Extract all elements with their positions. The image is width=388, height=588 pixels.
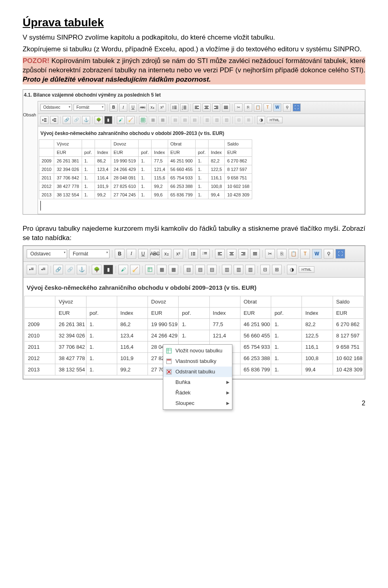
align-center-icon-2[interactable]	[227, 249, 236, 259]
table-cell[interactable]: 38 132 554	[55, 364, 86, 375]
image-icon-2[interactable]: 🌳	[92, 265, 101, 274]
table-cell[interactable]: 1.	[195, 156, 208, 165]
editor-content-area-2[interactable]: Vývoj česko-německého zahraničního obcho…	[23, 278, 365, 379]
merge-cell-icon-2[interactable]: ⊞	[272, 265, 282, 274]
ctx-delete-table[interactable]: Odstranit tabulku	[163, 367, 232, 377]
table-cell[interactable]: 1.	[195, 182, 208, 190]
table-cell[interactable]: Dovoz	[148, 296, 179, 307]
table-cell[interactable]: 2013	[25, 364, 55, 375]
media-icon-2[interactable]: ▮	[103, 265, 113, 274]
italic-button-2[interactable]: I	[127, 249, 136, 259]
table-cell[interactable]: 121,4	[152, 165, 168, 173]
subscript-button[interactable]: x₂	[148, 103, 156, 112]
table-cell[interactable]: 1.	[139, 190, 152, 199]
subscript-button-2[interactable]: x₂	[162, 249, 171, 259]
table-cell[interactable]: 65 754 933	[240, 341, 271, 352]
row-del-icon-2[interactable]: ▤	[207, 265, 217, 274]
table-cell[interactable]: 1.	[82, 165, 95, 173]
table-cell[interactable]: 26 261 381	[54, 156, 82, 165]
table-cell[interactable]: 6 270 862	[225, 156, 252, 165]
link-icon-2[interactable]: 🔗	[53, 265, 63, 274]
fullscreen-icon[interactable]: ⛶	[293, 103, 301, 112]
indent-icon[interactable]	[50, 116, 58, 124]
eraser-icon[interactable]: ◑	[257, 116, 265, 124]
table-cell[interactable]: 100,8	[208, 182, 225, 190]
italic-button[interactable]: I	[119, 103, 127, 112]
table-cell[interactable]: EUR	[240, 307, 271, 318]
table-cell[interactable]	[39, 148, 54, 156]
table-cell[interactable]: 99,4	[302, 364, 333, 375]
table-cell[interactable]: 121,4	[209, 330, 240, 341]
table-cell[interactable]: 19 990 519	[111, 156, 139, 165]
row-before-icon-2[interactable]: ▤	[183, 265, 193, 274]
table-cell[interactable]: 1.	[86, 330, 117, 341]
table-cell[interactable]: 26 261 381	[55, 318, 86, 330]
table-cell[interactable]: 2012	[25, 352, 55, 364]
outdent-icon-2[interactable]	[27, 265, 36, 274]
unlink-icon[interactable]: 🔗	[72, 116, 80, 124]
table-cell[interactable]: 99,2	[95, 190, 111, 199]
table-cell[interactable]: 1.	[86, 352, 117, 364]
table-cell[interactable]: 82,2	[302, 318, 333, 330]
table-cell[interactable]: 46 251 900	[168, 156, 195, 165]
table-cell[interactable]: poř.	[271, 307, 302, 318]
underline-button-2[interactable]: U	[138, 249, 148, 259]
cut-icon-2[interactable]: ✂	[265, 249, 275, 259]
table-cell[interactable]: EUR	[54, 148, 82, 156]
ctx-insert-table[interactable]: Vložit novou tabulku	[163, 346, 232, 356]
table-cell[interactable]: 66 253 388	[168, 182, 195, 190]
table-cell[interactable]: 1.	[271, 318, 302, 330]
row-after-icon-2[interactable]: ▤	[195, 265, 205, 274]
paste-text-icon[interactable]: T	[264, 103, 272, 112]
table-cell[interactable]: 1.	[82, 156, 95, 165]
table-cell[interactable]: 2010	[39, 165, 54, 173]
justify-icon[interactable]	[222, 103, 230, 112]
merge-cell-icon[interactable]: ⊞	[245, 116, 253, 124]
table-cell[interactable]: 38 427 778	[54, 182, 82, 190]
numbered-list-icon-2[interactable]: 12	[200, 249, 210, 259]
html-button-2[interactable]: HTML	[299, 266, 314, 273]
table-cell[interactable]: Index	[208, 148, 225, 156]
table-cell[interactable]: EUR	[333, 307, 363, 318]
paste-word-icon[interactable]: W	[273, 103, 281, 112]
align-right-icon[interactable]	[212, 103, 220, 112]
table-cell[interactable]	[208, 139, 225, 148]
col-del-icon[interactable]: ▥	[222, 116, 230, 124]
table-props-icon[interactable]: ▦	[149, 116, 157, 124]
table-cell[interactable]	[95, 139, 111, 148]
table-cell[interactable]: 116,1	[302, 341, 333, 352]
table-icon-2[interactable]	[145, 265, 155, 274]
table-cell[interactable]: 9 658 751	[225, 173, 252, 182]
table-cell[interactable]: 123,4	[117, 330, 148, 341]
table-cell[interactable]: 101,9	[95, 182, 111, 190]
table-cell[interactable]: 99,2	[152, 182, 168, 190]
table-cell[interactable]: 99,4	[208, 190, 225, 199]
table-cell[interactable]: EUR	[55, 307, 86, 318]
table-cell[interactable]: 86,2	[95, 156, 111, 165]
strike-button[interactable]: ABC	[139, 103, 147, 112]
table-cell[interactable]: 1.	[82, 182, 95, 190]
table-cell[interactable]: 65 836 799	[168, 190, 195, 199]
paragraph-select[interactable]: Odstavec	[40, 104, 72, 111]
table-cell[interactable]	[271, 296, 302, 307]
table-cell[interactable]: Vývoz	[55, 296, 86, 307]
table-cell[interactable]: 77,5	[152, 156, 168, 165]
table-cell[interactable]: poř.	[86, 307, 117, 318]
row-del-icon[interactable]: ▤	[190, 116, 198, 124]
strike-button-2[interactable]: ABC	[150, 249, 160, 259]
ctx-row[interactable]: Řádek ▶	[163, 388, 232, 398]
table-cell[interactable]: 2011	[25, 341, 55, 352]
ctx-col[interactable]: Sloupec ▶	[163, 398, 232, 409]
split-cell-icon-2[interactable]: ⊟	[260, 265, 270, 274]
table-cell[interactable]: 28 048 091	[111, 173, 139, 182]
table-cell[interactable]: 100,8	[302, 352, 333, 364]
table-cell[interactable]	[25, 296, 55, 307]
table-cell[interactable]: 27 704 245	[111, 190, 139, 199]
col-before-icon-2[interactable]: ▥	[222, 265, 232, 274]
table-cell[interactable]	[139, 139, 152, 148]
eraser-icon-2[interactable]: ◑	[287, 265, 297, 274]
table-cell[interactable]: 38 427 778	[55, 352, 86, 364]
superscript-button[interactable]: x²	[158, 103, 166, 112]
table-cell[interactable]: 56 660 455	[168, 165, 195, 173]
paste-word-icon-2[interactable]: W	[312, 249, 322, 259]
